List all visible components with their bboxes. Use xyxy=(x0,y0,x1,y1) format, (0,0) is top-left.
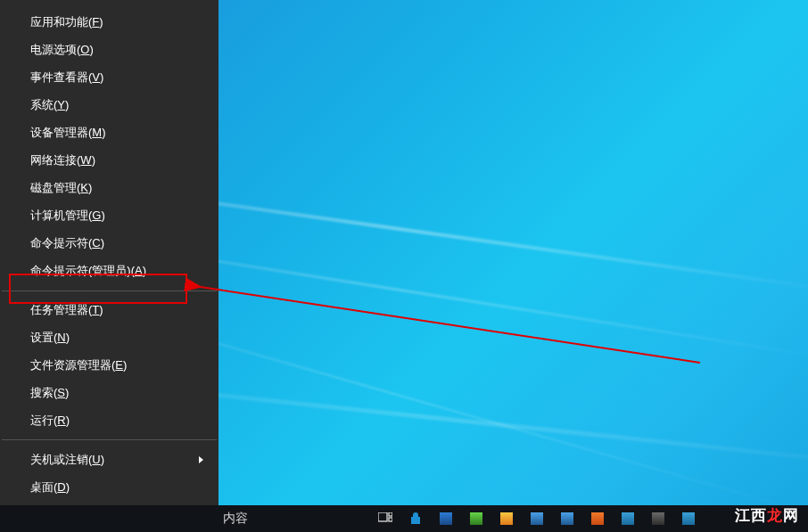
menu-label: 搜索(S) xyxy=(30,385,69,401)
svg-rect-2 xyxy=(378,512,387,521)
menu-label: 命令提示符(C) xyxy=(30,235,104,251)
menu-item-disk-management[interactable]: 磁盘管理(K) xyxy=(1,175,218,202)
menu-label: 命令提示符(管理员)(A) xyxy=(30,263,146,279)
menu-separator xyxy=(2,291,217,291)
winx-context-menu: 应用和功能(F) 电源选项(O) 事件查看器(V) 系统(Y) 设备管理器(M)… xyxy=(0,0,218,506)
menu-item-network-connections[interactable]: 网络连接(W) xyxy=(1,147,218,175)
watermark-text: 江西 xyxy=(735,507,767,524)
store-icon[interactable] xyxy=(403,509,428,528)
menu-label: 事件查看器(V) xyxy=(30,70,103,86)
taskbar-app-icon[interactable] xyxy=(555,509,580,528)
taskbar-app-icon[interactable] xyxy=(524,509,549,528)
menu-item-system[interactable]: 系统(Y) xyxy=(1,92,218,119)
taskbar-app-icon[interactable] xyxy=(676,509,701,528)
menu-item-command-prompt[interactable]: 命令提示符(C) xyxy=(1,230,218,258)
menu-item-task-manager[interactable]: 任务管理器(T) xyxy=(1,296,218,323)
taskbar-app-icon[interactable] xyxy=(433,509,458,528)
menu-item-power-options[interactable]: 电源选项(O) xyxy=(1,37,218,64)
taskview-icon[interactable] xyxy=(373,509,398,528)
menu-label: 应用和功能(F) xyxy=(30,14,103,30)
menu-item-shutdown-signout[interactable]: 关机或注销(U) xyxy=(1,446,218,473)
menu-item-desktop[interactable]: 桌面(D) xyxy=(1,473,218,501)
menu-item-search[interactable]: 搜索(S) xyxy=(1,379,218,406)
menu-item-run[interactable]: 运行(R) xyxy=(1,406,218,434)
menu-label: 文件资源管理器(E) xyxy=(30,357,127,373)
menu-item-settings[interactable]: 设置(N) xyxy=(1,323,218,351)
menu-label: 任务管理器(T) xyxy=(30,302,103,318)
menu-label: 运行(R) xyxy=(30,413,70,429)
taskbar-app-icon[interactable] xyxy=(585,509,610,528)
taskbar-app-icon[interactable] xyxy=(464,509,489,528)
menu-item-apps-features[interactable]: 应用和功能(F) xyxy=(1,9,218,37)
taskbar-app-icon[interactable] xyxy=(646,509,671,528)
taskbar[interactable]: 内容 xyxy=(0,505,808,532)
svg-rect-4 xyxy=(389,518,392,521)
menu-label: 桌面(D) xyxy=(30,479,70,495)
taskbar-app-icon[interactable] xyxy=(494,509,519,528)
menu-item-file-explorer[interactable]: 文件资源管理器(E) xyxy=(1,351,218,379)
menu-label: 计算机管理(G) xyxy=(30,208,105,224)
menu-label: 关机或注销(U) xyxy=(30,452,104,468)
menu-label: 电源选项(O) xyxy=(30,42,94,58)
menu-label: 磁盘管理(K) xyxy=(30,180,92,196)
chevron-right-icon xyxy=(199,456,203,463)
taskbar-icons xyxy=(373,505,701,532)
taskbar-app-icon[interactable] xyxy=(615,509,640,528)
watermark: 江西龙网 xyxy=(730,503,804,528)
menu-item-device-manager[interactable]: 设备管理器(M) xyxy=(1,119,218,147)
menu-item-event-viewer[interactable]: 事件查看器(V) xyxy=(1,64,218,92)
menu-item-computer-management[interactable]: 计算机管理(G) xyxy=(1,202,218,230)
svg-rect-3 xyxy=(389,512,392,516)
menu-item-command-prompt-admin[interactable]: 命令提示符(管理员)(A) xyxy=(1,258,218,285)
menu-separator xyxy=(2,439,217,440)
menu-label: 设备管理器(M) xyxy=(30,125,106,141)
menu-label: 系统(Y) xyxy=(30,97,69,113)
watermark-text-red: 龙 xyxy=(767,507,783,524)
menu-label: 网络连接(W) xyxy=(30,152,95,168)
watermark-text: 网 xyxy=(783,507,799,524)
menu-label: 设置(N) xyxy=(30,330,70,346)
search-box-text[interactable]: 内容 xyxy=(223,511,248,527)
